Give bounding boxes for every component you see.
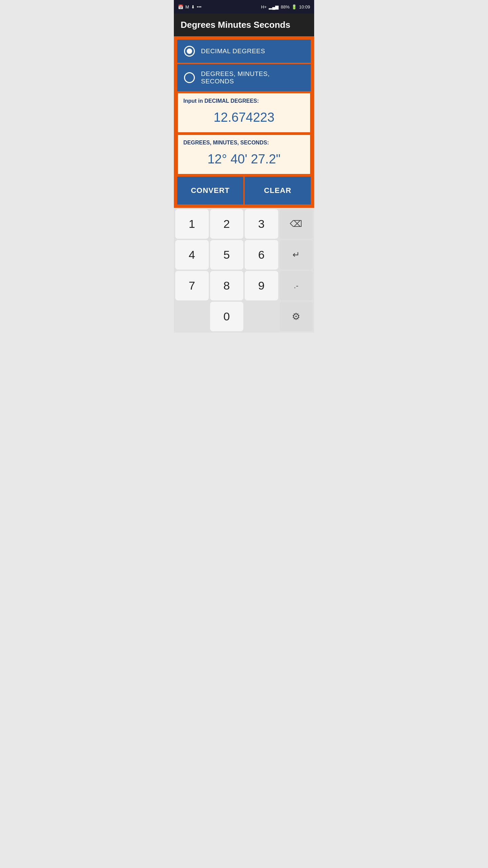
radio-decimal-degrees[interactable]: DECIMAL DEGREES xyxy=(177,40,311,63)
output-section: DEGREES, MINUTES, SECONDS: 12° 40' 27.2" xyxy=(177,134,311,175)
battery-percent: 88% xyxy=(281,4,289,9)
key-2[interactable]: 2 xyxy=(210,209,244,239)
radio-dms-label: DEGREES, MINUTES, SECONDS xyxy=(201,70,304,85)
gmail-icon: M xyxy=(185,4,189,9)
status-left-icons: 📅 M ⬇ ••• xyxy=(178,4,202,9)
output-value: 12° 40' 27.2" xyxy=(183,149,305,169)
input-label: Input in DECIMAL DEGREES: xyxy=(183,98,305,104)
key-backspace[interactable]: ⌫ xyxy=(280,209,313,239)
signal-type: H+ xyxy=(261,4,267,9)
radio-decimal-icon xyxy=(184,46,195,57)
radio-dms-icon xyxy=(184,72,195,83)
status-right-icons: H+ ▂▄▆ 88% 🔋 10:09 xyxy=(261,4,310,9)
enter-icon: ↵ xyxy=(292,250,300,260)
key-empty-left xyxy=(175,302,209,331)
dot-dash-icon: .- xyxy=(294,281,298,290)
key-9[interactable]: 9 xyxy=(245,271,278,300)
radio-dms[interactable]: DEGREES, MINUTES, SECONDS xyxy=(177,64,311,91)
backspace-icon: ⌫ xyxy=(290,219,302,229)
input-value[interactable]: 12.674223 xyxy=(183,107,305,127)
download-icon: ⬇ xyxy=(191,4,195,9)
signal-bars: ▂▄▆ xyxy=(269,4,279,9)
key-enter[interactable]: ↵ xyxy=(280,240,313,270)
key-settings[interactable]: ⚙ xyxy=(280,302,313,331)
calendar-icon: 📅 xyxy=(178,4,183,9)
action-buttons: CONVERT CLEAR xyxy=(177,177,311,204)
key-8[interactable]: 8 xyxy=(210,271,244,300)
app-title: Degrees Minutes Seconds xyxy=(181,20,290,30)
battery-icon: 🔋 xyxy=(291,4,297,9)
key-dot-dash[interactable]: .- xyxy=(280,271,313,300)
more-icon: ••• xyxy=(197,4,202,9)
key-0[interactable]: 0 xyxy=(210,302,244,331)
convert-button[interactable]: CONVERT xyxy=(177,177,243,204)
key-4[interactable]: 4 xyxy=(175,240,209,270)
clear-button[interactable]: CLEAR xyxy=(245,177,311,204)
keypad: 1 2 3 ⌫ 4 5 6 ↵ 7 8 9 .- 0 ⚙ xyxy=(174,208,314,333)
radio-decimal-label: DECIMAL DEGREES xyxy=(201,47,265,55)
key-6[interactable]: 6 xyxy=(245,240,278,270)
key-empty-right xyxy=(245,302,278,331)
output-label: DEGREES, MINUTES, SECONDS: xyxy=(183,140,305,146)
key-5[interactable]: 5 xyxy=(210,240,244,270)
main-content: DECIMAL DEGREES DEGREES, MINUTES, SECOND… xyxy=(174,36,314,208)
key-1[interactable]: 1 xyxy=(175,209,209,239)
key-3[interactable]: 3 xyxy=(245,209,278,239)
status-bar: 📅 M ⬇ ••• H+ ▂▄▆ 88% 🔋 10:09 xyxy=(174,0,314,14)
clock: 10:09 xyxy=(299,4,310,9)
gear-icon: ⚙ xyxy=(292,311,300,322)
key-7[interactable]: 7 xyxy=(175,271,209,300)
app-title-bar: Degrees Minutes Seconds xyxy=(174,14,314,36)
input-section: Input in DECIMAL DEGREES: 12.674223 xyxy=(177,93,311,133)
